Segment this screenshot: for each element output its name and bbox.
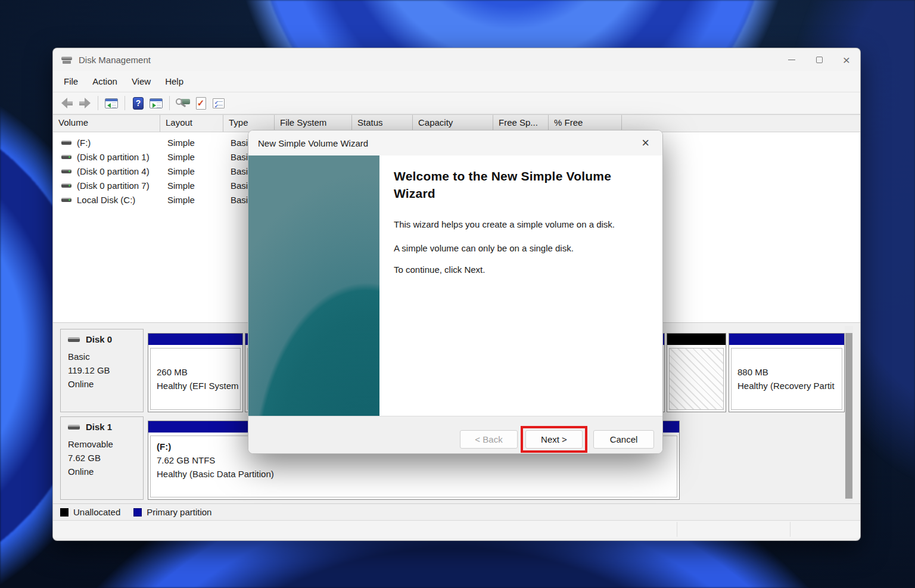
partition-header bbox=[148, 334, 242, 346]
volume-icon bbox=[61, 155, 71, 159]
volume-layout: Simple bbox=[167, 138, 231, 148]
wizard-paragraph-1: This wizard helps you create a simple vo… bbox=[394, 219, 645, 229]
help-icon: ? bbox=[133, 97, 144, 110]
show-console-tree-button[interactable] bbox=[102, 95, 120, 111]
primary-partition-label: Primary partition bbox=[147, 507, 211, 517]
column-status[interactable]: Status bbox=[352, 115, 413, 132]
disk1-size: 7.62 GB bbox=[68, 451, 143, 465]
unallocated-label: Unallocated bbox=[73, 507, 120, 517]
column-layout[interactable]: Layout bbox=[160, 115, 223, 132]
partition-info: 880 MB Healthy (Recovery Partit bbox=[731, 348, 842, 410]
wizard-title-bar[interactable]: New Simple Volume Wizard × bbox=[248, 130, 662, 155]
column-free-space[interactable]: Free Sp... bbox=[493, 115, 549, 132]
disk0-partition-recovery[interactable]: 880 MB Healthy (Recovery Partit bbox=[729, 333, 845, 412]
next-button-highlight-annotation bbox=[521, 426, 587, 453]
help-button[interactable]: ? bbox=[129, 95, 147, 111]
disk-icon bbox=[68, 337, 80, 342]
volume-layout: Simple bbox=[167, 152, 231, 162]
wizard-close-button[interactable]: × bbox=[638, 135, 653, 151]
partition-size: 880 MB bbox=[737, 365, 842, 379]
wizard-heading: Welcome to the New Simple Volume Wizard bbox=[394, 167, 644, 202]
volume-layout: Simple bbox=[167, 166, 231, 176]
back-button[interactable]: < Back bbox=[460, 430, 518, 449]
disk-icon bbox=[68, 425, 80, 430]
disk-management-app-icon bbox=[61, 55, 73, 64]
wizard-sidebar-art bbox=[248, 155, 379, 416]
cancel-button[interactable]: Cancel bbox=[593, 430, 654, 449]
wizard-body: Welcome to the New Simple Volume Wizard … bbox=[248, 155, 662, 416]
partition-status: Healthy (Recovery Partit bbox=[737, 379, 842, 393]
back-button[interactable] bbox=[58, 95, 76, 111]
forward-button[interactable] bbox=[76, 95, 94, 111]
close-icon: × bbox=[642, 135, 649, 150]
unallocated-area bbox=[669, 348, 724, 410]
disk0-label[interactable]: Disk 0 Basic 119.12 GB Online bbox=[60, 329, 144, 412]
wizard-footer: < Back Next > Cancel bbox=[248, 416, 662, 454]
volume-name: (Disk 0 partition 4) bbox=[77, 166, 167, 176]
disk0-kind: Basic bbox=[68, 350, 143, 363]
statusbar-divider bbox=[790, 522, 790, 537]
disk0-unallocated[interactable] bbox=[667, 333, 726, 412]
disk0-partition-efi[interactable]: 260 MB Healthy (EFI System bbox=[148, 333, 243, 412]
toolbar-separator bbox=[169, 96, 170, 110]
volume-icon bbox=[61, 183, 71, 188]
partition-status: Healthy (EFI System bbox=[157, 379, 240, 393]
window-title: Disk Management bbox=[79, 55, 151, 65]
title-bar[interactable]: Disk Management × bbox=[53, 48, 860, 71]
column-file-system[interactable]: File System bbox=[275, 115, 352, 132]
partition-size: 7.62 GB NTFS bbox=[157, 453, 677, 467]
menu-help[interactable]: Help bbox=[158, 71, 191, 92]
disk0-size: 119.12 GB bbox=[68, 363, 143, 377]
status-bar bbox=[53, 520, 860, 538]
volume-name: Local Disk (C:) bbox=[77, 195, 167, 205]
toolbar-separator bbox=[98, 96, 98, 110]
disk0-status: Online bbox=[68, 377, 143, 391]
statusbar-divider bbox=[677, 522, 677, 537]
maximize-button[interactable] bbox=[805, 48, 833, 71]
legend: Unallocated Primary partition bbox=[53, 503, 860, 520]
minimize-button[interactable] bbox=[778, 48, 805, 71]
disk-search-icon bbox=[176, 98, 190, 108]
column-type[interactable]: Type bbox=[223, 115, 275, 132]
menu-action[interactable]: Action bbox=[85, 71, 125, 92]
primary-partition-swatch bbox=[133, 508, 142, 517]
new-simple-volume-wizard-dialog: New Simple Volume Wizard × Welcome to th… bbox=[248, 130, 663, 454]
forward-arrow-icon bbox=[79, 98, 91, 108]
volume-icon bbox=[61, 169, 71, 173]
volume-layout: Simple bbox=[167, 181, 231, 191]
volume-name: (F:) bbox=[77, 138, 167, 148]
toolbar: ? ✓ ✓✓ bbox=[53, 92, 860, 114]
menu-file[interactable]: File bbox=[57, 71, 85, 92]
disk1-kind: Removable bbox=[68, 437, 143, 451]
close-button[interactable]: × bbox=[833, 48, 860, 71]
back-arrow-icon bbox=[61, 98, 73, 108]
scrollbar-thumb[interactable] bbox=[845, 333, 852, 499]
volume-name: (Disk 0 partition 1) bbox=[77, 152, 167, 162]
show-action-pane-button[interactable] bbox=[147, 95, 165, 111]
volume-icon bbox=[61, 198, 71, 202]
document-check-icon: ✓ bbox=[196, 97, 206, 110]
partition-info: 260 MB Healthy (EFI System bbox=[150, 348, 241, 410]
volume-layout: Simple bbox=[167, 195, 231, 205]
checklist-icon: ✓✓ bbox=[213, 98, 225, 108]
rescan-disks-button[interactable] bbox=[174, 95, 192, 111]
wizard-title: New Simple Volume Wizard bbox=[258, 138, 368, 148]
partition-header-unallocated bbox=[667, 334, 726, 346]
menu-view[interactable]: View bbox=[125, 71, 158, 92]
menu-bar: File Action View Help bbox=[53, 71, 860, 92]
wizard-paragraph-2: A simple volume can only be on a single … bbox=[394, 243, 645, 253]
wizard-paragraph-3: To continue, click Next. bbox=[394, 265, 645, 275]
vertical-scrollbar[interactable] bbox=[845, 326, 853, 500]
disk1-status: Online bbox=[68, 465, 143, 478]
column-blank bbox=[622, 115, 860, 132]
check-task-button[interactable]: ✓ bbox=[192, 95, 210, 111]
unallocated-swatch bbox=[60, 508, 69, 517]
wizard-content: Welcome to the New Simple Volume Wizard … bbox=[379, 155, 662, 416]
disk1-name: Disk 1 bbox=[86, 422, 112, 432]
column-capacity[interactable]: Capacity bbox=[413, 115, 493, 132]
minimize-icon bbox=[788, 60, 795, 60]
view-options-button[interactable]: ✓✓ bbox=[210, 95, 228, 111]
column-volume[interactable]: Volume bbox=[53, 115, 160, 132]
disk1-label[interactable]: Disk 1 Removable 7.62 GB Online bbox=[60, 416, 144, 500]
column-pct-free[interactable]: % Free bbox=[549, 115, 622, 132]
